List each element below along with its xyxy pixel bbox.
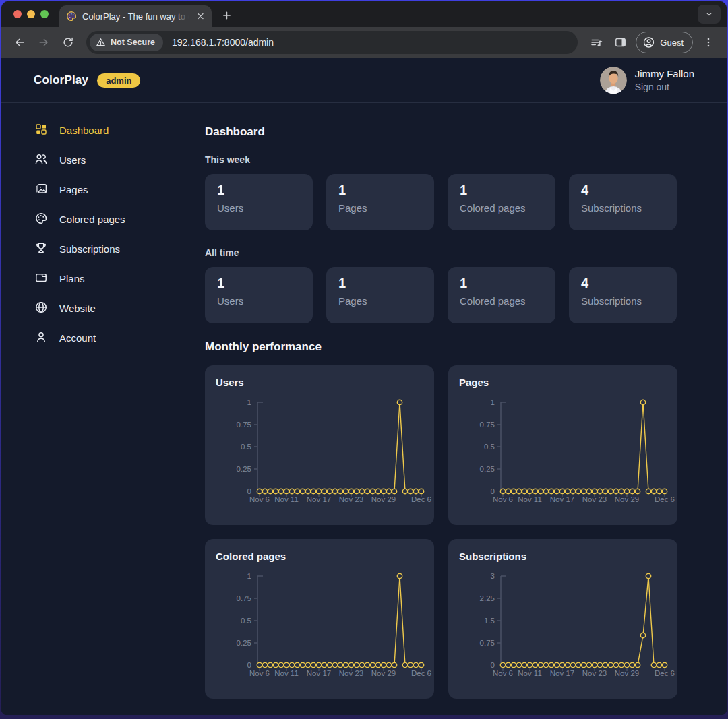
palette-icon bbox=[34, 212, 49, 226]
main-content: Dashboard This week 1 Users 1 Pages 1 Co… bbox=[185, 103, 727, 715]
sign-out-link[interactable]: Sign out bbox=[635, 82, 694, 92]
svg-text:1: 1 bbox=[247, 398, 251, 406]
svg-text:Nov 11: Nov 11 bbox=[518, 495, 542, 503]
svg-text:Nov 17: Nov 17 bbox=[307, 669, 331, 677]
traffic-lights bbox=[8, 10, 54, 18]
maximize-window-button[interactable] bbox=[40, 10, 49, 18]
minimize-window-button[interactable] bbox=[27, 10, 35, 18]
sidebar-item-website[interactable]: Website bbox=[1, 293, 185, 323]
pages-line-chart: 00.250.50.751Nov 6Nov 11Nov 17Nov 23Nov … bbox=[448, 365, 677, 525]
sidebar-item-label: Pages bbox=[59, 184, 88, 195]
stat-value: 1 bbox=[338, 183, 422, 198]
sidebar-item-label: Subscriptions bbox=[59, 243, 120, 255]
stat-card-colored-pages: 1 Colored pages bbox=[448, 174, 555, 230]
desktop-background: ColorPlay - The fun way to co Not Secure… bbox=[0, 0, 728, 719]
svg-text:Dec 6: Dec 6 bbox=[655, 669, 675, 677]
sidebar-item-dashboard[interactable]: Dashboard bbox=[1, 115, 185, 145]
sidebar-item-subscriptions[interactable]: Subscriptions bbox=[1, 234, 185, 263]
back-arrow-icon[interactable] bbox=[8, 31, 31, 54]
sidebar-item-label: Website bbox=[59, 303, 96, 314]
sidebar-item-users[interactable]: Users bbox=[1, 145, 185, 175]
svg-text:Nov 17: Nov 17 bbox=[550, 495, 574, 503]
media-controls-icon[interactable] bbox=[584, 31, 607, 54]
svg-text:Dec 6: Dec 6 bbox=[411, 495, 431, 503]
svg-text:1: 1 bbox=[247, 572, 251, 580]
browser-toolbar: Not Secure 192.168.1.7:8000/admin Guest bbox=[1, 27, 727, 58]
section-label: All time bbox=[205, 247, 727, 258]
svg-text:0.5: 0.5 bbox=[241, 617, 251, 625]
chart-card-users: Users 00.250.50.751Nov 6Nov 11Nov 17Nov … bbox=[205, 365, 434, 525]
svg-text:Nov 23: Nov 23 bbox=[582, 669, 607, 677]
svg-text:Nov 23: Nov 23 bbox=[582, 495, 607, 503]
stat-card-users: 1 Users bbox=[205, 267, 313, 323]
chart-card-colored-pages: Colored pages 00.250.50.751Nov 6Nov 11No… bbox=[205, 539, 434, 699]
warning-triangle-icon bbox=[96, 37, 106, 48]
globe-icon bbox=[34, 301, 49, 315]
sidebar: Dashboard Users Pages Colored pages Subs… bbox=[1, 103, 185, 715]
svg-text:Nov 6: Nov 6 bbox=[493, 495, 513, 503]
new-tab-button[interactable] bbox=[217, 6, 236, 25]
tab-search-chevron-button[interactable] bbox=[698, 5, 721, 24]
stat-value: 4 bbox=[581, 276, 665, 291]
chart-title: Users bbox=[216, 377, 244, 388]
stat-value: 1 bbox=[217, 183, 301, 198]
charts-grid: Users 00.250.50.751Nov 6Nov 11Nov 17Nov … bbox=[205, 365, 727, 699]
side-panel-icon[interactable] bbox=[609, 31, 632, 54]
browser-menu-button[interactable] bbox=[697, 31, 720, 54]
stat-card-subscriptions: 4 Subscriptions bbox=[569, 174, 677, 230]
svg-text:1.5: 1.5 bbox=[484, 617, 495, 625]
stat-value: 4 bbox=[581, 183, 665, 198]
reload-icon[interactable] bbox=[57, 31, 80, 54]
stat-label: Users bbox=[217, 202, 301, 214]
svg-text:Nov 11: Nov 11 bbox=[274, 495, 299, 503]
svg-text:Nov 29: Nov 29 bbox=[615, 669, 639, 677]
sidebar-item-pages[interactable]: Pages bbox=[1, 175, 185, 204]
sidebar-item-label: Colored pages bbox=[59, 214, 125, 225]
forward-arrow-icon[interactable] bbox=[32, 31, 55, 54]
chart-card-subscriptions: Subscriptions 00.751.52.253Nov 6Nov 11No… bbox=[448, 539, 677, 699]
sidebar-item-label: Plans bbox=[59, 273, 85, 284]
close-window-button[interactable] bbox=[13, 10, 22, 18]
svg-text:0.25: 0.25 bbox=[480, 465, 495, 473]
svg-text:Nov 17: Nov 17 bbox=[550, 669, 574, 677]
section-label: This week bbox=[205, 154, 727, 165]
sidebar-item-colored-pages[interactable]: Colored pages bbox=[1, 204, 185, 234]
svg-text:Nov 29: Nov 29 bbox=[615, 495, 639, 503]
wallet-icon bbox=[34, 271, 49, 286]
sidebar-item-plans[interactable]: Plans bbox=[1, 263, 185, 293]
svg-text:0: 0 bbox=[247, 661, 251, 669]
svg-text:1: 1 bbox=[491, 398, 495, 406]
svg-text:0: 0 bbox=[491, 487, 495, 495]
stat-label: Pages bbox=[338, 202, 422, 214]
users-line-chart: 00.250.50.751Nov 6Nov 11Nov 17Nov 23Nov … bbox=[205, 365, 434, 525]
dashboard-icon bbox=[34, 123, 49, 137]
svg-text:Nov 17: Nov 17 bbox=[307, 495, 331, 503]
page-title: Dashboard bbox=[205, 125, 727, 139]
not-secure-chip[interactable]: Not Secure bbox=[90, 34, 163, 51]
tab-strip: ColorPlay - The fun way to co bbox=[1, 1, 727, 27]
subscriptions-line-chart: 00.751.52.253Nov 6Nov 11Nov 17Nov 23Nov … bbox=[448, 539, 677, 699]
palette-favicon bbox=[66, 11, 77, 22]
stat-card-users: 1 Users bbox=[205, 174, 313, 230]
chart-card-pages: Pages 00.250.50.751Nov 6Nov 11Nov 17Nov … bbox=[448, 365, 677, 525]
svg-text:Nov 11: Nov 11 bbox=[518, 669, 542, 677]
svg-text:Nov 6: Nov 6 bbox=[493, 669, 513, 677]
svg-text:0.75: 0.75 bbox=[480, 639, 495, 647]
browser-tab[interactable]: ColorPlay - The fun way to co bbox=[59, 5, 212, 27]
stat-card-pages: 1 Pages bbox=[326, 267, 434, 323]
svg-text:Nov 6: Nov 6 bbox=[249, 669, 270, 677]
svg-text:Nov 11: Nov 11 bbox=[274, 669, 299, 677]
tab-close-icon[interactable] bbox=[194, 10, 206, 22]
stat-label: Users bbox=[217, 295, 301, 307]
sidebar-item-account[interactable]: Account bbox=[1, 323, 185, 352]
address-bar[interactable]: Not Secure 192.168.1.7:8000/admin bbox=[86, 31, 578, 54]
pages-icon bbox=[34, 182, 49, 197]
chart-title: Pages bbox=[459, 377, 489, 388]
stat-value: 1 bbox=[460, 183, 543, 198]
url-text: 192.168.1.7:8000/admin bbox=[172, 37, 274, 48]
stats-section: All time 1 Users 1 Pages 1 Colored pages… bbox=[205, 247, 727, 323]
user-menu: Jimmy Fallon Sign out bbox=[600, 67, 694, 94]
stat-card-subscriptions: 4 Subscriptions bbox=[569, 267, 677, 323]
profile-button[interactable]: Guest bbox=[636, 32, 693, 53]
user-name: Jimmy Fallon bbox=[635, 68, 694, 80]
